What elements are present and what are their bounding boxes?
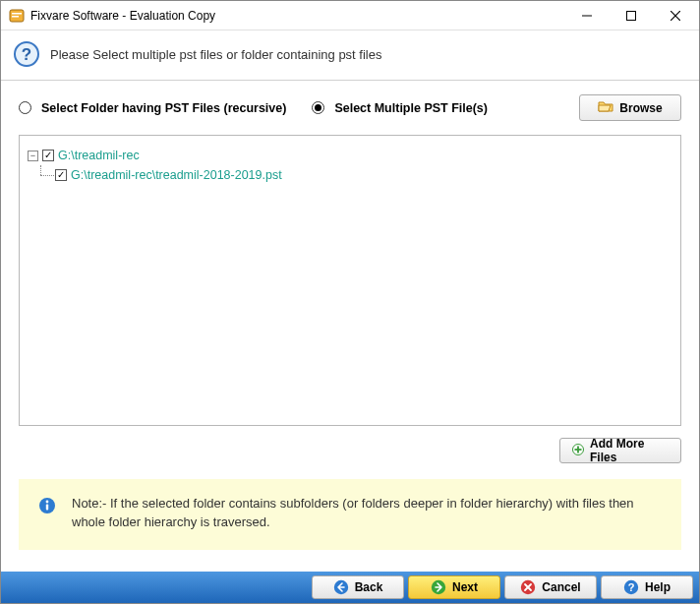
tree-file-row[interactable]: ✓ G:\treadmil-rec\treadmil-2018-2019.pst [28,165,672,185]
svg-text:?: ? [22,45,31,64]
info-icon [38,497,56,514]
checkbox-root[interactable]: ✓ [42,150,54,161]
radio-multiple-label: Select Multiple PST File(s) [334,101,488,115]
maximize-button[interactable] [609,2,653,30]
cancel-button[interactable]: Cancel [504,575,597,599]
cancel-label: Cancel [542,580,580,594]
cancel-icon [520,579,536,595]
back-icon [333,579,349,595]
question-icon: ? [13,40,40,68]
options-row: Select Folder having PST Files (recursiv… [1,81,699,131]
folder-open-icon [598,99,613,116]
help-icon: ? [623,579,639,595]
tree-root-row[interactable]: − ✓ G:\treadmil-rec [28,146,672,165]
next-icon [431,579,446,595]
back-button[interactable]: Back [312,575,404,599]
svg-rect-2 [12,16,19,18]
tree-file-label: G:\treadmil-rec\treadmil-2018-2019.pst [71,165,282,185]
collapse-icon[interactable]: − [28,151,38,161]
add-more-row: Add More Files [1,434,699,473]
checkbox-file[interactable]: ✓ [55,169,67,181]
minimize-icon [582,11,592,21]
close-icon [671,11,680,21]
browse-button[interactable]: Browse [579,94,681,121]
header: ? Please Select multiple pst files or fo… [1,30,699,81]
help-button[interactable]: ? Help [601,575,693,599]
svg-rect-11 [575,449,582,451]
title-bar: Fixvare Software - Evaluation Copy [1,1,699,30]
add-more-label: Add More Files [590,437,669,464]
note-box: Note:- If the selected folder contains s… [19,479,681,550]
svg-rect-3 [582,15,592,16]
help-label: Help [645,580,671,594]
svg-point-13 [46,501,49,504]
plus-icon [572,444,584,458]
next-label: Next [452,580,478,594]
maximize-icon [626,11,636,21]
instruction-text: Please Select multiple pst files or fold… [50,47,381,62]
file-tree[interactable]: − ✓ G:\treadmil-rec ✓ G:\treadmil-rec\tr… [19,135,681,426]
radio-folder[interactable] [19,101,31,114]
svg-text:?: ? [628,581,635,593]
svg-rect-4 [626,11,635,20]
close-button[interactable] [653,2,697,30]
browse-label: Browse [619,101,662,115]
tree-root-label: G:\treadmil-rec [58,146,140,165]
app-icon [9,8,25,24]
svg-rect-1 [12,13,22,15]
next-button[interactable]: Next [408,575,500,599]
footer-bar: Back Next Cancel ? Help [1,572,699,603]
note-text: Note:- If the selected folder contains s… [72,495,662,532]
radio-multiple[interactable] [312,101,324,114]
back-label: Back [355,580,383,594]
svg-rect-14 [46,505,48,511]
minimize-button[interactable] [564,2,609,30]
add-more-files-button[interactable]: Add More Files [559,438,681,463]
window-title: Fixvare Software - Evaluation Copy [30,9,564,23]
radio-folder-label: Select Folder having PST Files (recursiv… [41,101,286,115]
